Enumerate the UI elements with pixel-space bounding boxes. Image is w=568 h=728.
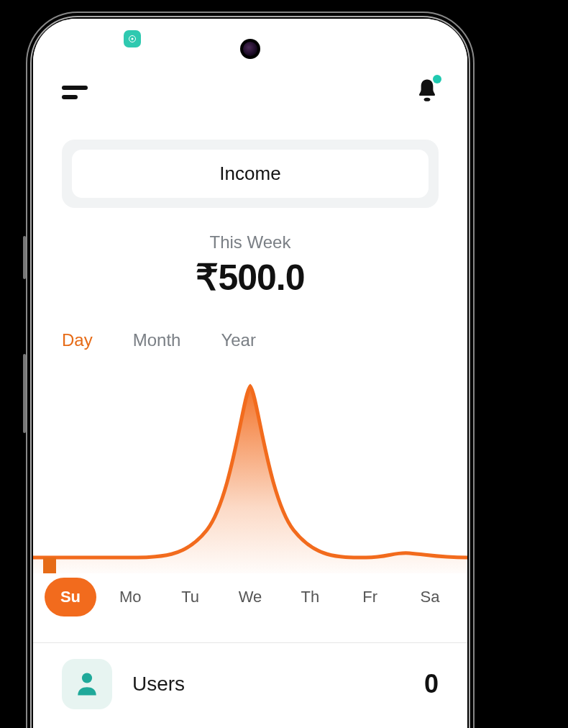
range-tabs: Day Month Year xyxy=(33,330,467,350)
summary-block: This Week ₹500.0 xyxy=(33,232,467,299)
app-header xyxy=(33,70,467,114)
income-chart xyxy=(33,372,467,573)
stat-value: 0 xyxy=(424,669,439,699)
day-label-th[interactable]: Th xyxy=(284,588,336,606)
app-screen: Income This Week ₹500.0 Day Month Year xyxy=(33,19,467,728)
user-icon xyxy=(62,659,112,709)
day-label-we[interactable]: We xyxy=(224,588,276,606)
day-label-su[interactable]: Su xyxy=(45,578,96,616)
svg-point-1 xyxy=(132,38,134,40)
notification-dot-icon xyxy=(433,75,441,83)
day-label-tu[interactable]: Tu xyxy=(165,588,216,606)
camera-hole xyxy=(240,39,260,59)
svg-point-3 xyxy=(82,673,92,683)
stats-list: Users 0 xyxy=(33,642,467,725)
chart-area-fill xyxy=(33,386,467,573)
hamburger-icon xyxy=(62,86,88,90)
hamburger-icon xyxy=(62,95,78,99)
phone-frame: Income This Week ₹500.0 Day Month Year xyxy=(26,12,475,728)
notifications-button[interactable] xyxy=(416,78,439,106)
summary-amount: ₹500.0 xyxy=(33,257,467,299)
day-label-fr[interactable]: Fr xyxy=(344,588,396,606)
chart-x-axis: Su Mo Tu We Th Fr Sa xyxy=(33,578,467,616)
day-label-mo[interactable]: Mo xyxy=(104,588,156,606)
mode-tab-label: Income xyxy=(219,163,280,184)
svg-point-2 xyxy=(424,98,431,101)
range-tab-month[interactable]: Month xyxy=(133,330,181,350)
chart-selection-marker xyxy=(43,558,56,573)
status-indicator-icon xyxy=(124,30,141,47)
stat-row-users[interactable]: Users 0 xyxy=(33,643,467,725)
day-label-sa[interactable]: Sa xyxy=(404,588,456,606)
stat-label: Users xyxy=(132,673,185,696)
range-tab-day[interactable]: Day xyxy=(62,330,93,350)
range-tab-year[interactable]: Year xyxy=(221,330,256,350)
side-button xyxy=(23,236,26,279)
summary-period: This Week xyxy=(33,232,467,252)
mode-selector: Income xyxy=(62,140,439,208)
side-button xyxy=(23,354,26,433)
menu-button[interactable] xyxy=(62,86,88,99)
mode-tab-income[interactable]: Income xyxy=(72,150,429,198)
